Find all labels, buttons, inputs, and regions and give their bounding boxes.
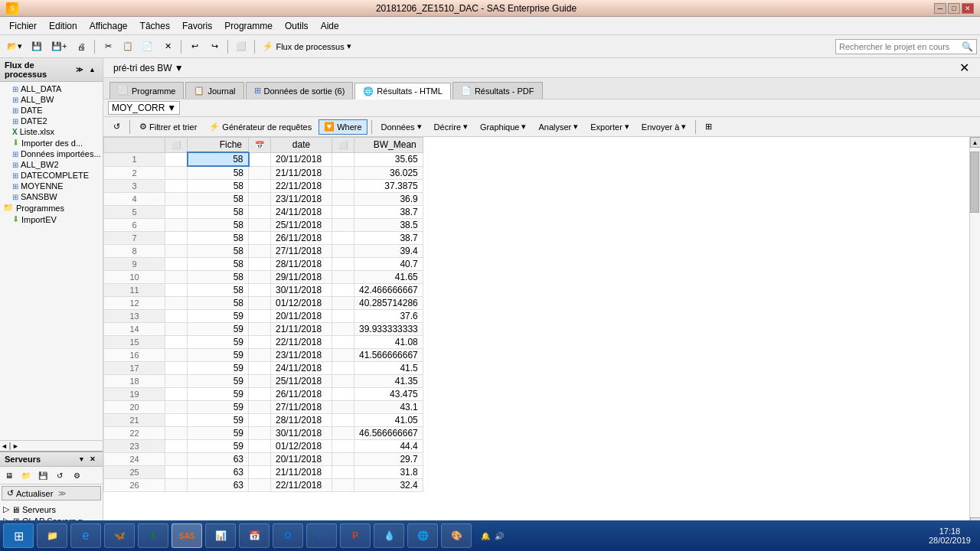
graph-button[interactable]: Graphique ▾ [475,119,531,135]
cell-bwmean[interactable]: 36.025 [354,166,423,180]
cell-date[interactable]: 23/11/2018 [271,349,332,362]
cell-fiche[interactable]: 58 [188,219,249,232]
table-row[interactable]: 246320/11/201829.7 [104,453,423,466]
toolbar-copy[interactable]: 📋 [119,38,137,55]
cell-date[interactable]: 28/11/2018 [271,258,332,271]
cell-date[interactable]: 22/11/2018 [271,336,332,349]
toolbar-undo[interactable]: ↩ [185,38,204,55]
cell-bwmean[interactable]: 46.566666667 [354,427,423,440]
toolbar-save-all[interactable]: 💾+ [47,38,70,55]
process-tree-hscroll[interactable]: ◄ ► [0,440,103,451]
cell-date[interactable]: 20/11/2018 [271,453,332,466]
table-row[interactable]: 105829/11/201841.65 [104,271,423,284]
cell-bwmean[interactable]: 41.65 [354,271,423,284]
table-row[interactable]: 115830/11/201842.466666667 [104,284,423,297]
cell-bwmean[interactable]: 39.933333333 [354,323,423,336]
toolbar-open[interactable]: 📂▾ [3,38,26,55]
export-button[interactable]: Exporter ▾ [585,119,635,135]
server-btn-2[interactable]: 📁 [18,468,34,482]
cell-fiche[interactable]: 58 [188,245,249,258]
taskbar-chrome[interactable]: 🌐 [407,523,438,548]
cell-bwmean[interactable]: 37.6 [354,310,423,323]
th-date[interactable]: date [271,138,332,153]
toolbar-layout[interactable]: ⬜ [232,38,250,55]
taskbar-sas[interactable]: SAS [172,523,202,548]
tab-html[interactable]: 🌐 Résultats - HTML [354,83,451,99]
menu-taches[interactable]: Tâches [134,19,176,33]
tree-item-sansbw[interactable]: ⊞SANSBW [2,191,101,202]
cell-bwmean[interactable]: 41.5 [354,362,423,375]
dataset-selector[interactable]: MOY_CORR ▼ [108,101,180,115]
hscroll-thumb[interactable] [9,442,11,450]
tree-item-programmes[interactable]: 📁Programmes [2,202,101,214]
cell-bwmean[interactable]: 38.5 [354,219,423,232]
tree-item-date2[interactable]: ⊞DATE2 [2,116,101,126]
cell-bwmean[interactable]: 40.285714286 [354,297,423,310]
tree-item-importer-des-d---[interactable]: ⬇Importer des d... [2,137,101,148]
th-bwmean[interactable]: BW_Mean [354,138,423,153]
cell-fiche[interactable]: 59 [188,401,249,414]
where-button[interactable]: 🔽 Where [318,119,367,135]
cell-bwmean[interactable]: 41.05 [354,414,423,427]
taskbar-dropbox[interactable]: 💧 [374,523,404,548]
cell-fiche[interactable]: 59 [188,310,249,323]
search-icon[interactable]: 🔍 [962,41,973,52]
server-btn-1[interactable]: 🖥 [2,468,17,482]
table-row[interactable]: 75826/11/201838.7 [104,232,423,245]
cell-bwmean[interactable]: 41.566666667 [354,349,423,362]
cell-bwmean[interactable]: 36.9 [354,193,423,206]
table-row[interactable]: 266322/11/201832.4 [104,479,423,492]
toolbar-save[interactable]: 💾 [28,38,46,55]
cell-bwmean[interactable]: 41.35 [354,375,423,388]
process-close-button[interactable]: ✕ [955,59,974,77]
table-row[interactable]: 195926/11/201843.475 [104,388,423,401]
cell-date[interactable]: 26/11/2018 [271,388,332,401]
tree-item-date[interactable]: ⊞DATE [2,105,101,116]
table-row[interactable]: 95828/11/201840.7 [104,258,423,271]
taskbar-explorer[interactable]: 📁 [37,523,67,548]
tree-item-datecomplete[interactable]: ⊞DATECOMPLETE [2,170,101,181]
actualiser-button[interactable]: ↺ Actualiser ≫ [2,486,101,500]
cell-date[interactable]: 22/11/2018 [271,180,332,193]
cell-fiche[interactable]: 59 [188,349,249,362]
cell-bwmean[interactable]: 29.7 [354,453,423,466]
tree-item-donn-es-import-es---[interactable]: ⊞Données importées... [2,148,101,159]
taskbar-start[interactable]: ⊞ [3,523,34,548]
tab-donnees[interactable]: ⊞ Données de sortie (6) [246,82,354,99]
table-row[interactable]: 35822/11/201837.3875 [104,180,423,193]
toolbar-print[interactable]: 🖨 [72,38,90,55]
cell-bwmean[interactable]: 44.4 [354,440,423,453]
cell-date[interactable]: 20/11/2018 [271,152,332,166]
cell-fiche[interactable]: 59 [188,427,249,440]
cell-fiche[interactable]: 59 [188,323,249,336]
cell-date[interactable]: 23/11/2018 [271,193,332,206]
cell-bwmean[interactable]: 38.7 [354,206,423,219]
cell-date[interactable]: 21/11/2018 [271,466,332,479]
table-row[interactable]: 45823/11/201836.9 [104,193,423,206]
table-row[interactable]: 215928/11/201841.05 [104,414,423,427]
cell-date[interactable]: 25/11/2018 [271,219,332,232]
toolbar-redo[interactable]: ↪ [205,38,224,55]
table-row[interactable]: 175924/11/201841.5 [104,362,423,375]
toolbar-delete[interactable]: ✕ [158,38,177,55]
tree-item-all-bw[interactable]: ⊞ALL_BW [2,94,101,105]
cell-date[interactable]: 24/11/2018 [271,362,332,375]
taskbar-outlook[interactable]: O [273,523,303,548]
cell-date[interactable]: 20/11/2018 [271,310,332,323]
table-row[interactable]: 235901/12/201844.4 [104,440,423,453]
cell-fiche[interactable]: 58 [188,258,249,271]
cell-date[interactable]: 30/11/2018 [271,427,332,440]
tab-pdf[interactable]: 📄 Résultats - PDF [452,82,543,99]
taskbar-item-last[interactable]: 🎨 [441,523,472,548]
cell-fiche[interactable]: 58 [188,284,249,297]
table-row[interactable]: 55824/11/201838.7 [104,206,423,219]
taskbar-item3[interactable]: 🦋 [104,523,135,548]
vscroll-thumb[interactable] [970,152,979,213]
menu-edition[interactable]: Edition [43,19,83,33]
server-btn-refresh[interactable]: ↺ [52,468,67,482]
cell-fiche[interactable]: 63 [188,466,249,479]
cell-fiche[interactable]: 58 [188,206,249,219]
toolbar-cut[interactable]: ✂ [99,38,117,55]
table-row[interactable]: 135920/11/201837.6 [104,310,423,323]
table-row[interactable]: 65825/11/201838.5 [104,219,423,232]
